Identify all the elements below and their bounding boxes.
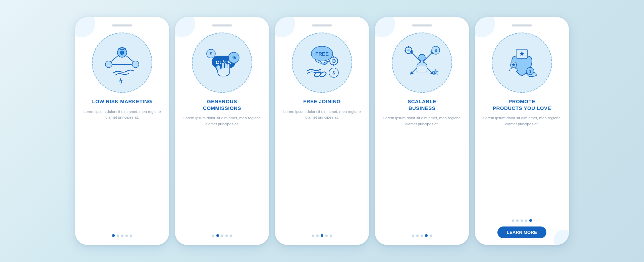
dot [312, 235, 314, 237]
card-title-promote: PROMOTEPRODUCTS YOU LOVE [493, 98, 551, 111]
dot [225, 235, 228, 237]
card-title-free-joining: FREE JOINING [303, 98, 341, 105]
svg-point-1 [105, 61, 112, 68]
svg-text:$: $ [435, 48, 437, 53]
card-desc-scalable: Lorem ipsum dolor sit dim amet, mea regi… [382, 115, 462, 127]
dot [330, 235, 332, 237]
dot [221, 235, 223, 237]
illustration-promote: $ [492, 32, 552, 93]
dot [416, 235, 419, 237]
dot [421, 235, 423, 237]
dot [430, 235, 432, 237]
svg-point-2 [132, 61, 139, 68]
dot-active [321, 234, 323, 237]
svg-text:%: % [232, 55, 236, 60]
dot [230, 235, 232, 237]
dot [412, 235, 414, 237]
card-promote-products: $ PROMOTEPRODUCTS YOU LOVE Lorem ipsum d… [475, 17, 569, 245]
dot [125, 235, 128, 237]
dot [212, 235, 214, 237]
card-desc-commissions: Lorem ipsum dolor sit dim amet, mea regi… [182, 115, 262, 127]
card-desc-free-joining: Lorem ipsum dolor sit dim amet, mea regi… [282, 109, 362, 121]
phone-notch [412, 24, 432, 26]
svg-line-4 [126, 56, 133, 61]
card-title-low-risk: LOW RISK MARKETING [92, 98, 152, 105]
svg-rect-35 [417, 66, 427, 72]
dot-active [216, 234, 219, 237]
svg-point-34 [419, 54, 425, 61]
dot [130, 235, 132, 237]
phone-notch [112, 24, 132, 26]
dots-row-2 [212, 234, 232, 237]
card-title-scalable: SCALABLEBUSINESS [408, 98, 436, 111]
illustration-free-joining: FREE $ [292, 32, 352, 93]
svg-point-21 [332, 59, 335, 63]
dot [316, 235, 319, 237]
svg-text:FREE: FREE [315, 51, 329, 57]
cards-container: $ LOW RISK MARKETING Lorem ipsum dolor s… [68, 10, 576, 252]
svg-text:$: $ [210, 51, 212, 56]
svg-text:$: $ [332, 70, 335, 75]
dot [325, 235, 328, 237]
phone-notch [512, 24, 532, 26]
card-free-joining: FREE $ [275, 17, 369, 245]
dot-active [425, 234, 428, 237]
svg-marker-44 [433, 69, 438, 75]
illustration-low-risk: $ [92, 32, 152, 93]
dot [516, 219, 519, 222]
card-low-risk-marketing: $ LOW RISK MARKETING Lorem ipsum dolor s… [75, 17, 169, 245]
illustration-commissions: CLiCK % $ [192, 32, 252, 93]
dot [525, 219, 527, 222]
dot [117, 235, 119, 237]
svg-text:$: $ [529, 69, 531, 73]
card-title-commissions: GENEROUSCOMMISSIONS [203, 98, 241, 111]
dot-active [529, 219, 532, 222]
svg-point-7 [120, 51, 124, 54]
illustration-scalable: $ [392, 32, 452, 93]
phone-notch [312, 24, 332, 26]
dots-row-3 [312, 234, 332, 237]
card-generous-commissions: CLiCK % $ GENEROUSCOMMISSIONS Lorem ipsu… [175, 17, 269, 245]
svg-line-3 [111, 56, 118, 61]
dots-row-4 [412, 234, 432, 237]
dots-row-5 [512, 219, 532, 222]
card-scalable-business: $ SCALABLEBUSINESS Lorem ipsum dolor sit… [375, 17, 469, 245]
dot [521, 219, 523, 222]
card-desc-low-risk: Lorem ipsum dolor sit dim amet, mea regi… [82, 109, 162, 121]
dot-active [112, 234, 115, 237]
dot [121, 235, 123, 237]
learn-more-button[interactable]: LEARN MORE [497, 226, 546, 238]
dot [512, 219, 514, 222]
dots-row-1 [112, 234, 132, 237]
svg-point-37 [407, 49, 410, 52]
card-desc-promote: Lorem ipsum dolor sit dim amet, mea regi… [482, 115, 562, 127]
phone-notch [212, 24, 232, 26]
